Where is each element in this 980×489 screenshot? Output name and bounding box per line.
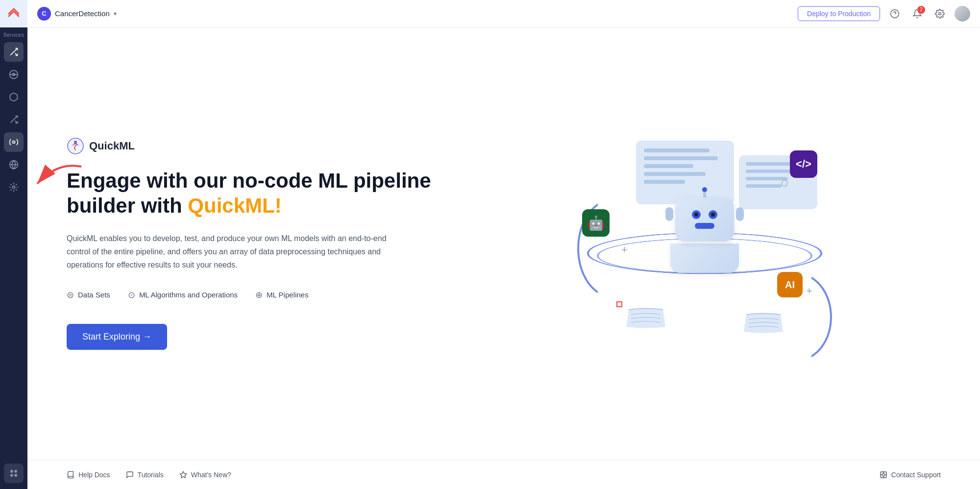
sidebar-grid-button[interactable] bbox=[4, 464, 24, 483]
chevron-down-icon: ▾ bbox=[114, 10, 117, 17]
deco-circle-top bbox=[781, 180, 788, 187]
sidebar-item-data[interactable] bbox=[4, 87, 24, 107]
doc-line bbox=[644, 180, 685, 184]
whats-new-label: What's New? bbox=[191, 471, 231, 479]
code-badge: </> bbox=[790, 150, 817, 178]
robot-eye-right bbox=[709, 210, 717, 219]
sidebar-bottom bbox=[4, 464, 24, 483]
settings-button[interactable] bbox=[932, 6, 948, 22]
svg-marker-19 bbox=[180, 471, 186, 478]
sidebar-item-settings[interactable] bbox=[4, 177, 24, 197]
footer-nav: Help Docs Tutorials What's New? bbox=[67, 471, 231, 479]
project-avatar: C bbox=[37, 7, 51, 21]
support-icon bbox=[880, 471, 887, 479]
sidebar-item-ai[interactable] bbox=[4, 132, 24, 152]
robot-ear-left bbox=[665, 207, 673, 221]
sidebar-item-pipeline[interactable] bbox=[4, 42, 24, 62]
hero-illustration: </> 🤖 bbox=[468, 121, 941, 366]
main-content: C CancerDetection ▾ Deploy to Production… bbox=[27, 0, 980, 489]
help-button[interactable] bbox=[887, 6, 903, 22]
sidebar: Services bbox=[0, 0, 27, 489]
whats-new-link[interactable]: What's New? bbox=[179, 471, 231, 479]
hero-heading: Engage with our no-code ML pipeline buil… bbox=[67, 169, 449, 218]
robot-head bbox=[675, 197, 734, 242]
svg-rect-10 bbox=[10, 470, 13, 472]
sidebar-section-label: Services bbox=[3, 32, 24, 38]
header: C CancerDetection ▾ Deploy to Production… bbox=[27, 0, 980, 27]
feature-pipelines: ⊕ ML Pipelines bbox=[255, 290, 308, 300]
content-area: QuickML Engage with our no-code ML pipel… bbox=[27, 27, 980, 489]
quickml-logo-row: QuickML bbox=[67, 137, 449, 155]
tutorials-label: Tutorials bbox=[138, 471, 164, 479]
notification-count: 2 bbox=[917, 6, 925, 14]
svg-rect-12 bbox=[10, 474, 13, 477]
svg-rect-11 bbox=[15, 470, 17, 472]
start-exploring-button[interactable]: Start Exploring → bbox=[67, 324, 167, 350]
feature-datasets: ⊜ Data Sets bbox=[67, 290, 110, 300]
robot-body bbox=[670, 244, 739, 273]
doc-line bbox=[644, 172, 706, 176]
tutorials-link[interactable]: Tutorials bbox=[126, 471, 164, 479]
robot-figure bbox=[656, 190, 754, 273]
svg-point-6 bbox=[13, 141, 15, 144]
svg-point-21 bbox=[882, 473, 884, 476]
doc-line bbox=[644, 156, 718, 160]
header-actions: Deploy to Production 2 bbox=[798, 6, 970, 22]
illustration-container: </> 🤖 bbox=[577, 126, 832, 361]
bot-badge: 🤖 bbox=[582, 209, 610, 237]
svg-point-16 bbox=[939, 12, 941, 15]
robot-mouth bbox=[695, 223, 714, 229]
robot-ear-right bbox=[736, 207, 744, 221]
robot-eye-left bbox=[692, 210, 701, 219]
sidebar-item-models[interactable] bbox=[4, 65, 24, 84]
notifications-button[interactable]: 2 bbox=[909, 6, 925, 22]
contact-support-link[interactable]: Contact Support bbox=[880, 471, 941, 479]
book-right bbox=[744, 310, 783, 337]
help-docs-link[interactable]: Help Docs bbox=[67, 471, 110, 479]
help-docs-label: Help Docs bbox=[78, 471, 110, 479]
project-name: CancerDetection bbox=[55, 9, 110, 18]
algorithm-icon: ⊙ bbox=[128, 290, 135, 300]
hero-description: QuickML enables you to develop, test, an… bbox=[67, 232, 400, 272]
deco-plus-right: + bbox=[806, 285, 812, 297]
deploy-button[interactable]: Deploy to Production bbox=[798, 6, 880, 21]
doc-line bbox=[746, 177, 788, 180]
pipeline-icon: ⊕ bbox=[255, 290, 263, 300]
robot-eyes bbox=[692, 210, 717, 219]
feature-algorithms: ⊙ ML Algorithms and Operations bbox=[128, 290, 238, 300]
doc-line bbox=[644, 148, 710, 152]
content-body: QuickML Engage with our no-code ML pipel… bbox=[27, 27, 980, 460]
doc-line bbox=[644, 164, 693, 168]
app-logo[interactable] bbox=[0, 0, 27, 27]
quickml-brand-name: QuickML bbox=[89, 140, 135, 152]
quickml-logo-icon bbox=[67, 137, 84, 155]
sidebar-item-deploy[interactable] bbox=[4, 155, 24, 174]
sidebar-item-quickml[interactable] bbox=[4, 110, 24, 129]
footer: Help Docs Tutorials What's New? bbox=[27, 460, 980, 489]
feature-pipelines-label: ML Pipelines bbox=[267, 291, 308, 299]
deco-plus-left: + bbox=[621, 244, 628, 256]
book-icon bbox=[67, 471, 74, 479]
star-icon bbox=[179, 471, 187, 479]
deco-square bbox=[616, 301, 622, 307]
project-selector[interactable]: C CancerDetection ▾ bbox=[37, 7, 117, 21]
svg-rect-13 bbox=[15, 474, 17, 477]
database-icon: ⊜ bbox=[67, 290, 74, 300]
book-left bbox=[626, 305, 665, 332]
hero-text: QuickML Engage with our no-code ML pipel… bbox=[67, 137, 449, 349]
heading-highlight: QuickML! bbox=[188, 194, 281, 217]
doc-line bbox=[746, 184, 782, 188]
user-avatar[interactable] bbox=[955, 6, 970, 22]
ai-badge: AI bbox=[777, 272, 803, 297]
chat-icon bbox=[126, 471, 134, 479]
contact-support-label: Contact Support bbox=[891, 471, 941, 479]
feature-algorithms-label: ML Algorithms and Operations bbox=[139, 291, 238, 299]
feature-list: ⊜ Data Sets ⊙ ML Algorithms and Operatio… bbox=[67, 290, 449, 300]
feature-datasets-label: Data Sets bbox=[78, 291, 110, 299]
svg-point-9 bbox=[13, 186, 15, 189]
